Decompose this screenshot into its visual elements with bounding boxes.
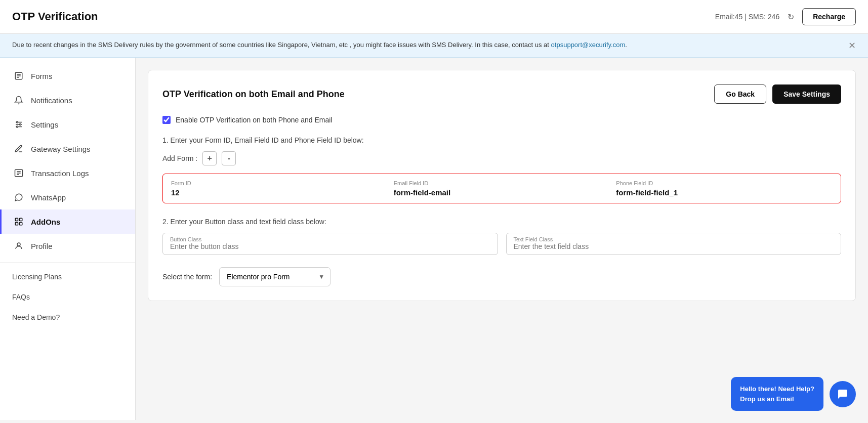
main-content: OTP Verification on both Email and Phone… <box>136 58 868 420</box>
text-field-class-label: Text Field Class <box>514 236 553 242</box>
banner-link[interactable]: otpsupport@xecurify.com <box>551 41 626 49</box>
svg-rect-15 <box>20 218 22 221</box>
sidebar-item-profile[interactable]: Profile <box>0 234 135 258</box>
gateway-icon <box>14 144 24 154</box>
email-field-id-value: form-field-email <box>394 188 610 197</box>
class-input-row: Button Class Text Field Class <box>162 233 841 255</box>
sidebar-item-forms[interactable]: Forms <box>0 64 135 88</box>
help-line2: Drop us an Email <box>740 394 814 404</box>
help-chat-button[interactable] <box>830 381 856 407</box>
sidebar-item-transaction-logs[interactable]: Transaction Logs <box>0 161 135 185</box>
go-back-button[interactable]: Go Back <box>714 84 766 104</box>
sidebar-label-profile: Profile <box>31 242 53 250</box>
header-right: Email:45 | SMS: 246 ↻ Recharge <box>715 8 856 25</box>
form-select[interactable]: Elementor pro Form Contact Form 7 Gravit… <box>219 267 330 286</box>
sidebar-item-notifications[interactable]: Notifications <box>0 88 135 112</box>
enable-checkbox-row: Enable OTP Verification on both Phone an… <box>162 116 841 124</box>
section2-label: 2. Enter your Button class and text fiel… <box>162 218 841 226</box>
card-actions: Go Back Save Settings <box>714 84 841 104</box>
email-field-id-label: Email Field ID <box>394 180 610 186</box>
svg-rect-14 <box>15 218 18 221</box>
phone-field-id-value: form-field-field_1 <box>616 188 833 197</box>
text-field-class-field: Text Field Class <box>506 233 842 255</box>
text-field-class-input[interactable] <box>514 242 834 250</box>
sidebar-label-forms: Forms <box>31 72 53 80</box>
phone-field-id-field: Phone Field ID form-field-field_1 <box>616 180 833 197</box>
whatsapp-icon <box>14 192 24 202</box>
form-id-field: Form ID 12 <box>171 180 388 197</box>
page-title: OTP Verification <box>12 10 98 23</box>
svg-point-9 <box>17 126 18 128</box>
svg-point-7 <box>17 121 18 123</box>
sidebar-item-gateway-settings[interactable]: Gateway Settings <box>0 137 135 161</box>
section1-label: 1. Enter your Form ID, Email Field ID an… <box>162 136 841 144</box>
sidebar-label-logs: Transaction Logs <box>31 169 89 178</box>
sidebar-item-licensing[interactable]: Licensing Plans <box>0 267 135 287</box>
form-fields-box: Form ID 12 Email Field ID form-field-ema… <box>162 174 841 203</box>
svg-point-18 <box>17 243 20 246</box>
sidebar-label-gateway: Gateway Settings <box>31 145 91 153</box>
form-id-label: Form ID <box>171 180 388 186</box>
help-line1: Hello there! Need Help? <box>740 384 814 394</box>
save-settings-button[interactable]: Save Settings <box>772 84 841 104</box>
addons-icon <box>14 217 24 227</box>
sidebar-item-addons[interactable]: AddOns <box>0 209 135 234</box>
banner: Due to recent changes in the SMS Deliver… <box>0 34 868 58</box>
layout: Forms Notifications Settings Gateway Set… <box>0 58 868 420</box>
form-id-value: 12 <box>171 188 388 197</box>
help-section: Hello there! Need Help? Drop us an Email <box>731 377 856 411</box>
sidebar-item-settings[interactable]: Settings <box>0 112 135 137</box>
sidebar-label-notifications: Notifications <box>31 96 72 105</box>
sidebar-label-settings: Settings <box>31 120 58 129</box>
profile-icon <box>14 241 24 251</box>
button-class-field: Button Class <box>162 233 498 255</box>
select-wrapper: Elementor pro Form Contact Form 7 Gravit… <box>219 267 330 286</box>
svg-point-8 <box>20 124 21 125</box>
help-box: Hello there! Need Help? Drop us an Email <box>731 377 823 411</box>
sidebar: Forms Notifications Settings Gateway Set… <box>0 58 136 420</box>
banner-text: Due to recent changes in the SMS Deliver… <box>12 40 627 51</box>
enable-otp-label: Enable OTP Verification on both Phone an… <box>176 116 333 124</box>
chat-icon <box>837 388 849 400</box>
add-form-button[interactable]: + <box>202 151 217 165</box>
select-form-row: Select the form: Elementor pro Form Cont… <box>162 267 841 286</box>
enable-otp-checkbox[interactable] <box>162 116 171 124</box>
svg-rect-16 <box>15 223 18 225</box>
card-header: OTP Verification on both Email and Phone… <box>162 84 841 104</box>
logs-icon <box>14 168 24 178</box>
sidebar-divider <box>0 262 135 263</box>
content-card: OTP Verification on both Email and Phone… <box>148 70 856 301</box>
add-form-label: Add Form : <box>162 154 197 162</box>
header-stats: Email:45 | SMS: 246 <box>715 13 779 21</box>
email-field-id-field: Email Field ID form-field-email <box>394 180 610 197</box>
notifications-icon <box>14 95 24 105</box>
phone-field-id-label: Phone Field ID <box>616 180 833 186</box>
remove-form-button[interactable]: - <box>222 151 236 165</box>
sidebar-label-addons: AddOns <box>31 218 60 226</box>
select-form-label: Select the form: <box>162 273 212 281</box>
banner-close-icon[interactable]: ✕ <box>848 40 856 51</box>
svg-rect-17 <box>20 223 22 225</box>
sidebar-item-whatsapp[interactable]: WhatsApp <box>0 185 135 209</box>
settings-icon <box>14 119 24 130</box>
button-class-label: Button Class <box>170 236 201 242</box>
card-title: OTP Verification on both Email and Phone <box>162 89 345 100</box>
sidebar-label-whatsapp: WhatsApp <box>31 193 66 202</box>
refresh-icon[interactable]: ↻ <box>788 12 794 22</box>
sidebar-item-faqs[interactable]: FAQs <box>0 287 135 307</box>
recharge-button[interactable]: Recharge <box>802 8 856 25</box>
sidebar-item-demo[interactable]: Need a Demo? <box>0 307 135 327</box>
forms-icon <box>14 71 24 81</box>
add-form-row: Add Form : + - <box>162 151 841 165</box>
button-class-input[interactable] <box>170 242 490 250</box>
header: OTP Verification Email:45 | SMS: 246 ↻ R… <box>0 0 868 34</box>
